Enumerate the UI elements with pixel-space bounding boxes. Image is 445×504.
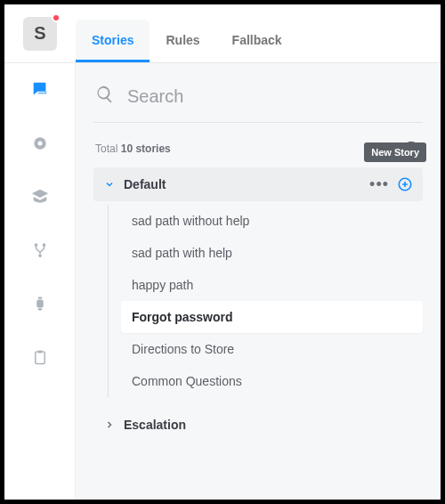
story-item[interactable]: sad path with help — [121, 237, 423, 269]
total-text: Total 10 stories — [95, 142, 171, 155]
left-sidebar — [4, 63, 76, 500]
add-story-button[interactable] — [396, 175, 414, 193]
total-prefix: Total — [95, 142, 117, 155]
app-frame: S Stories Rules Fallback — [4, 4, 441, 500]
svg-point-1 — [37, 142, 42, 146]
svg-rect-7 — [37, 308, 42, 310]
chevron-right-icon — [102, 418, 117, 432]
logo-letter: S — [34, 23, 45, 44]
total-count: 10 stories — [121, 142, 171, 155]
fork-icon[interactable] — [29, 240, 51, 261]
main-tabs: Stories Rules Fallback — [76, 4, 298, 62]
notification-dot-icon — [52, 13, 61, 22]
story-item[interactable]: sad path without help — [121, 205, 423, 237]
svg-point-4 — [38, 254, 42, 257]
group-name: Escalation — [124, 418, 414, 432]
tab-stories[interactable]: Stories — [76, 20, 150, 62]
workspace-logo[interactable]: S — [23, 17, 57, 51]
tab-label: Fallback — [232, 33, 282, 47]
body: Total 10 stories Default ••• New Story — [4, 63, 441, 500]
clipboard-icon[interactable] — [29, 346, 51, 368]
tab-label: Rules — [166, 33, 199, 47]
story-item[interactable]: Common Questions — [121, 365, 423, 397]
chat-icon[interactable] — [29, 79, 51, 101]
tab-label: Stories — [92, 33, 134, 47]
group-header-default[interactable]: Default ••• New Story — [93, 167, 423, 201]
svg-rect-9 — [37, 351, 42, 354]
story-item[interactable]: Directions to Store — [121, 333, 423, 365]
search-row — [93, 79, 423, 123]
svg-point-3 — [42, 243, 45, 247]
top-bar: S Stories Rules Fallback — [4, 4, 441, 63]
story-item[interactable]: Forgot password — [121, 301, 423, 333]
tooltip-new-story: New Story — [364, 142, 426, 162]
more-button[interactable]: ••• — [362, 176, 396, 192]
gear-head-icon[interactable] — [29, 133, 51, 154]
svg-rect-8 — [35, 352, 44, 364]
search-icon — [95, 85, 115, 108]
watch-icon[interactable] — [29, 293, 51, 314]
svg-rect-6 — [37, 297, 42, 299]
tab-fallback[interactable]: Fallback — [216, 20, 298, 62]
main-panel: Total 10 stories Default ••• New Story — [76, 63, 441, 500]
group-header-escalation[interactable]: Escalation — [93, 410, 423, 440]
search-input[interactable] — [127, 86, 421, 107]
story-item[interactable]: happy path — [121, 269, 423, 301]
logo-wrap: S — [4, 4, 76, 62]
tab-rules[interactable]: Rules — [150, 20, 215, 62]
svg-rect-5 — [36, 300, 44, 308]
training-icon[interactable] — [29, 186, 51, 207]
svg-point-2 — [34, 243, 37, 247]
story-list-default: sad path without help sad path with help… — [108, 205, 423, 397]
group-name: Default — [124, 177, 362, 191]
chevron-down-icon — [102, 177, 117, 191]
